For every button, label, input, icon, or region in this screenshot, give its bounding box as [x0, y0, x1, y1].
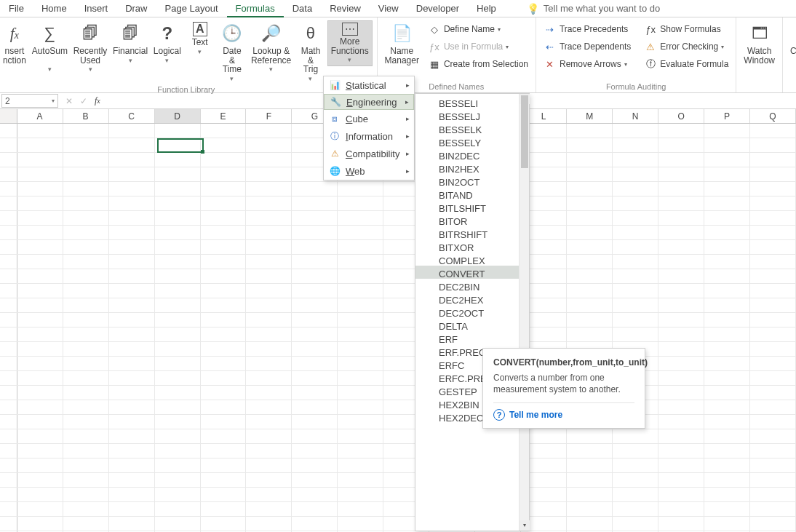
cell[interactable] — [292, 269, 338, 283]
cell[interactable] — [155, 327, 201, 341]
row-header[interactable] — [0, 415, 17, 429]
cell[interactable] — [63, 167, 109, 181]
row-header[interactable] — [0, 488, 17, 501]
cell[interactable] — [109, 517, 155, 531]
cell[interactable] — [750, 240, 796, 254]
cell[interactable] — [704, 415, 750, 429]
cell[interactable] — [704, 386, 750, 400]
cell[interactable] — [292, 473, 338, 487]
cell[interactable] — [613, 182, 658, 196]
chevron-down-icon[interactable]: ▾ — [49, 98, 57, 104]
cell[interactable] — [17, 124, 63, 138]
cell[interactable] — [750, 444, 796, 458]
cell[interactable] — [292, 400, 338, 414]
cell[interactable] — [338, 429, 383, 443]
cell[interactable] — [201, 284, 247, 298]
cell[interactable] — [201, 240, 247, 254]
more-functions-button[interactable]: ⋯ More Functions ▾ — [327, 20, 373, 66]
cell[interactable] — [155, 124, 201, 138]
cell[interactable] — [201, 226, 247, 239]
cell[interactable] — [292, 226, 338, 239]
cell[interactable] — [155, 429, 201, 443]
cell[interactable] — [704, 327, 750, 341]
cell[interactable] — [63, 415, 109, 429]
cell[interactable] — [613, 167, 658, 181]
cell[interactable] — [658, 124, 704, 138]
cell[interactable] — [750, 473, 796, 487]
cell[interactable] — [63, 182, 109, 196]
cell[interactable] — [292, 517, 338, 531]
cell[interactable] — [338, 182, 383, 196]
cell[interactable] — [155, 269, 201, 283]
cell[interactable] — [17, 240, 63, 254]
function-item-bitand[interactable]: BITAND — [415, 187, 529, 200]
cell[interactable] — [246, 138, 292, 152]
menu-item-compatibility[interactable]: ⚠ Compatibility ▸ — [324, 145, 414, 162]
cell[interactable] — [658, 357, 704, 370]
row-header[interactable] — [0, 196, 17, 210]
cell[interactable] — [17, 429, 63, 443]
math-trig-button[interactable]: θ Math & Trig ▾ — [294, 20, 327, 84]
cell[interactable] — [658, 138, 704, 152]
cell[interactable] — [567, 124, 613, 138]
cell[interactable] — [246, 386, 292, 400]
function-item-bitxor[interactable]: BITXOR — [415, 239, 529, 253]
row-header[interactable] — [0, 386, 17, 400]
cell[interactable] — [201, 124, 247, 138]
tab-pagelayout[interactable]: Page Layout — [156, 0, 227, 17]
cell[interactable] — [704, 269, 750, 283]
cell[interactable] — [704, 255, 750, 269]
cell[interactable] — [155, 502, 201, 516]
cell[interactable] — [109, 284, 155, 298]
cell[interactable] — [17, 415, 63, 429]
cell[interactable] — [17, 473, 63, 487]
cell[interactable] — [109, 415, 155, 429]
cell[interactable] — [613, 473, 658, 487]
cell[interactable] — [63, 269, 109, 283]
cell[interactable] — [704, 153, 750, 167]
cell[interactable] — [17, 182, 63, 196]
cell[interactable] — [750, 342, 796, 356]
calculation-options-button[interactable]: 🗉 Calculation Options ▾ — [787, 20, 796, 75]
cell[interactable] — [17, 488, 63, 501]
cell[interactable] — [17, 255, 63, 269]
cell[interactable] — [17, 269, 63, 283]
cell[interactable] — [704, 444, 750, 458]
scroll-down-icon[interactable]: ▾ — [520, 520, 530, 531]
trace-dependents-button[interactable]: ⇠ Trace Dependents — [541, 39, 634, 54]
cell[interactable] — [750, 386, 796, 400]
row-header[interactable] — [0, 182, 17, 196]
cell[interactable] — [567, 211, 613, 225]
evaluate-formula-button[interactable]: ⓕ Evaluate Formula — [641, 57, 731, 71]
cell[interactable] — [246, 196, 292, 210]
logical-button[interactable]: ? Logical ▾ — [151, 20, 184, 65]
cell[interactable] — [750, 124, 796, 138]
menu-item-statistical[interactable]: 📊 Statistical ▸ — [324, 76, 414, 94]
cell[interactable] — [613, 153, 658, 167]
function-item-bin2oct[interactable]: BIN2OCT — [415, 174, 529, 187]
cell[interactable] — [246, 284, 292, 298]
cell[interactable] — [292, 444, 338, 458]
tell-me-more-link[interactable]: ? Tell me more — [493, 402, 634, 421]
cell[interactable] — [109, 386, 155, 400]
cell[interactable] — [338, 226, 383, 239]
cell[interactable] — [567, 167, 613, 181]
cell[interactable] — [338, 415, 383, 429]
cell[interactable] — [567, 444, 613, 458]
function-item-bitlshift[interactable]: BITLSHIFT — [415, 200, 529, 213]
cell[interactable] — [567, 429, 613, 443]
col-header[interactable]: N — [613, 109, 658, 123]
cell[interactable] — [109, 269, 155, 283]
scrollbar[interactable]: ▴ ▾ — [519, 94, 529, 531]
cell[interactable] — [292, 327, 338, 341]
row-header[interactable] — [0, 517, 17, 531]
cell[interactable] — [292, 182, 338, 196]
menu-item-information[interactable]: ⓘ Information ▸ — [324, 127, 414, 145]
scroll-thumb[interactable] — [521, 95, 528, 168]
tab-review[interactable]: Review — [321, 0, 370, 17]
cell[interactable] — [63, 502, 109, 516]
cell[interactable] — [567, 298, 613, 312]
cell[interactable] — [63, 357, 109, 370]
cell[interactable] — [109, 138, 155, 152]
cell[interactable] — [750, 357, 796, 370]
